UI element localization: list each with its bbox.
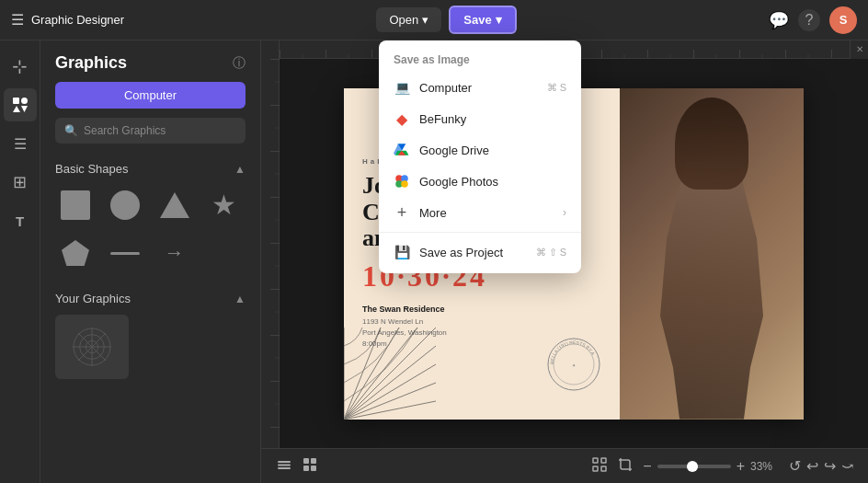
save-project-label: Save as Project [419, 246, 527, 259]
shapes-grid: ★ → [40, 185, 260, 288]
your-graphics-title: Your Graphics [55, 292, 131, 305]
spiderweb-decoration-bl [344, 328, 436, 420]
svg-marker-7 [21, 106, 28, 112]
stamp-decoration: BELLA (191) RESTS BY A ✦ [546, 337, 601, 392]
panel-header: Graphics ⓘ [40, 40, 260, 82]
redo-icon[interactable]: ↪ [824, 457, 836, 475]
your-graphics-chevron[interactable]: ▲ [234, 293, 246, 305]
svg-marker-6 [13, 106, 20, 112]
dropdown-item-befunky[interactable]: ◆ BeFunky [379, 103, 581, 134]
halloween-photo [620, 88, 804, 420]
dropdown-item-save-project[interactable]: 💾 Save as Project ⌘ ⇧ S [379, 236, 581, 268]
svg-point-3 [401, 180, 408, 188]
refresh-icon[interactable]: ↺ [789, 457, 801, 475]
shape-pentagon[interactable] [55, 233, 96, 273]
topbar-center: Open ▾ Save ▾ [131, 6, 761, 34]
sidebar-item-move[interactable]: ⊹ [4, 50, 37, 83]
sidebar-item-text[interactable]: T [4, 204, 37, 237]
more-icon: + [394, 204, 410, 221]
svg-rect-40 [311, 466, 316, 471]
basic-shapes-title: Basic Shapes [55, 162, 129, 176]
dropdown-divider [379, 232, 581, 233]
hamburger-icon[interactable]: ☰ [11, 11, 24, 29]
zoom-in-icon[interactable]: + [737, 458, 745, 475]
svg-text:✦: ✦ [572, 362, 576, 368]
save-project-icon: 💾 [394, 244, 410, 260]
shape-arrow[interactable]: → [154, 233, 195, 273]
svg-rect-34 [278, 461, 291, 463]
panel-tabs: Computer [40, 82, 260, 118]
basic-shapes-header: Basic Shapes ▲ [40, 158, 260, 185]
dropdown-item-google-drive[interactable]: Google Drive [379, 134, 581, 166]
svg-rect-35 [278, 464, 291, 466]
save-chevron: ▾ [496, 13, 502, 27]
dropdown-item-more[interactable]: + More › [379, 197, 581, 228]
zoom-slider[interactable] [657, 465, 731, 468]
befunky-label: BeFunky [419, 112, 566, 126]
dropdown-item-computer[interactable]: 💻 Computer ⌘ S [379, 72, 581, 103]
basic-shapes-chevron[interactable]: ▲ [234, 163, 246, 176]
zoom-out-icon[interactable]: − [643, 458, 651, 475]
fit-icon[interactable] [591, 456, 608, 477]
svg-rect-36 [278, 467, 291, 469]
svg-line-26 [344, 346, 436, 420]
undo-icon[interactable]: ↩ [806, 457, 818, 475]
topbar-right: 💬 ? S [769, 6, 857, 34]
svg-text:BELLA (191) RESTS BY A: BELLA (191) RESTS BY A [549, 339, 597, 363]
svg-rect-39 [303, 466, 309, 471]
shape-circle[interactable] [105, 185, 145, 225]
sidebar-item-grid[interactable]: ⊞ [4, 166, 37, 199]
computer-tab[interactable]: Computer [55, 82, 246, 109]
more-arrow-icon: › [563, 206, 566, 219]
computer-icon: 💻 [394, 79, 410, 96]
shape-star[interactable]: ★ [203, 185, 244, 225]
open-label: Open [389, 13, 418, 27]
svg-line-28 [344, 383, 436, 420]
svg-rect-4 [13, 98, 19, 104]
svg-line-29 [344, 401, 436, 420]
grid-view-icon[interactable] [302, 456, 318, 477]
computer-label: Computer [419, 81, 538, 95]
svg-point-5 [21, 98, 28, 104]
svg-rect-42 [601, 458, 606, 463]
shape-triangle[interactable] [154, 185, 195, 225]
save-button[interactable]: Save ▾ [449, 6, 516, 34]
svg-line-24 [344, 328, 381, 420]
crop-icon[interactable] [617, 456, 634, 477]
shape-line[interactable] [105, 233, 145, 273]
zoom-level: 33% [750, 460, 780, 473]
google-photos-label: Google Photos [419, 175, 566, 189]
topbar: ☰ Graphic Designer Open ▾ Save ▾ 💬 ? S S… [0, 0, 868, 40]
your-graphics-header: Your Graphics ▲ [40, 288, 260, 315]
svg-rect-43 [593, 466, 598, 471]
layers-icon[interactable] [276, 456, 292, 477]
save-project-shortcut: ⌘ ⇧ S [536, 247, 566, 259]
shape-square[interactable] [55, 185, 96, 225]
ruler-close-icon[interactable]: ✕ [850, 40, 868, 59]
search-icon: 🔍 [64, 124, 78, 137]
dropdown-item-google-photos[interactable]: Google Photos [379, 166, 581, 197]
zoom-thumb[interactable] [687, 461, 698, 472]
open-button[interactable]: Open ▾ [376, 7, 441, 32]
info-icon[interactable]: ⓘ [233, 55, 246, 72]
avatar[interactable]: S [829, 6, 857, 34]
computer-shortcut: ⌘ S [547, 82, 566, 94]
chat-icon[interactable]: 💬 [769, 10, 789, 30]
svg-rect-20 [261, 59, 280, 448]
befunky-icon: ◆ [394, 110, 410, 127]
sidebar-item-layout[interactable]: ☰ [4, 127, 37, 160]
ruler-corner [261, 40, 280, 59]
svg-rect-44 [601, 466, 606, 471]
search-bar[interactable]: 🔍 Search Graphics [55, 118, 246, 144]
graphic-item-spiderweb[interactable] [55, 315, 129, 379]
halloween-venue: The Swan Residence [362, 305, 601, 314]
help-icon[interactable]: ? [798, 9, 820, 31]
svg-rect-41 [593, 458, 598, 463]
panel-title: Graphics [55, 53, 127, 73]
google-drive-label: Google Drive [419, 144, 566, 157]
search-placeholder: Search Graphics [84, 124, 166, 137]
forward-icon[interactable]: ⤻ [841, 457, 853, 475]
sidebar-item-shapes[interactable] [4, 88, 37, 121]
graphics-panel: Graphics ⓘ Computer 🔍 Search Graphics Ba… [40, 40, 261, 483]
svg-rect-38 [311, 458, 316, 464]
